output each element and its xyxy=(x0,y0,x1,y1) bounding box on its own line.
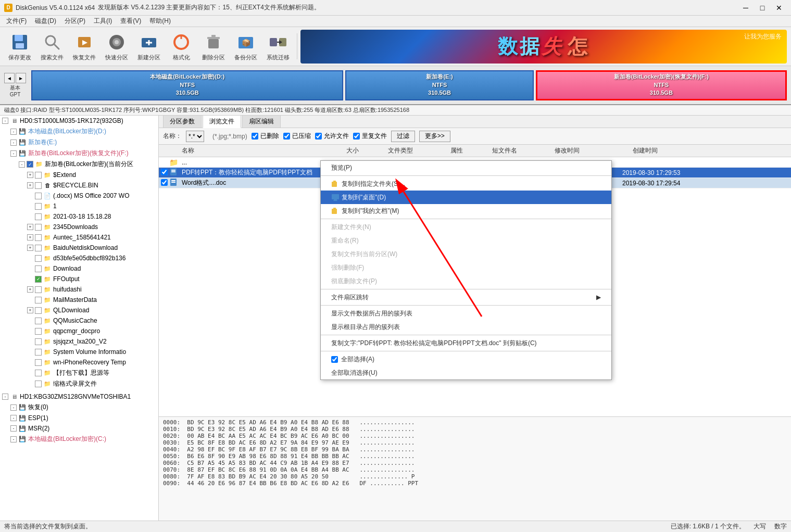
baidu-checkbox[interactable] xyxy=(35,245,42,251)
tree-hidden[interactable]: 📁 缩格式录屏文件 xyxy=(0,378,158,389)
tree-f-current[interactable]: - ✓ 📁 新加卷(BitLocker加密)(当前分区 xyxy=(0,159,158,170)
tree-huifudashi[interactable]: + 📁 huifudashi xyxy=(0,284,158,295)
tree-d53[interactable]: 📁 d53bfe5e05dbbcf892b136 xyxy=(0,253,158,263)
col-header-type[interactable]: 文件类型 xyxy=(388,146,450,155)
disk-nav-left[interactable]: ◄ xyxy=(4,73,15,83)
more-button[interactable]: 更多>> xyxy=(419,131,450,142)
expand-huifu[interactable]: + xyxy=(27,286,33,293)
huifu-checkbox[interactable] xyxy=(35,286,42,293)
expand-baidu[interactable]: + xyxy=(27,245,33,251)
tab-browse-files[interactable]: 浏览文件 xyxy=(203,116,241,128)
ctx-preview[interactable]: 预览(P) xyxy=(321,161,611,174)
tree-auntec[interactable]: + 📁 Auntec_1585641421 xyxy=(0,232,158,243)
delete-partition-button[interactable]: 删除分区 xyxy=(198,30,229,64)
qqp-checkbox[interactable] xyxy=(35,328,42,335)
sys-checkbox[interactable] xyxy=(35,349,42,356)
tree-qq[interactable]: 📁 QQMusicCache xyxy=(0,315,158,326)
tree-2021[interactable]: 📁 2021-03-18 15.18.28 xyxy=(0,211,158,222)
print-checkbox[interactable] xyxy=(35,370,42,376)
tree-ffoutput[interactable]: ✓ 📁 FFOutput xyxy=(0,274,158,284)
ctx-copy-to-folder[interactable]: 复制到指定文件夹(S)... xyxy=(321,177,611,191)
menu-help[interactable]: 帮助(H) xyxy=(145,16,175,27)
col-header-created[interactable]: 创建时间 xyxy=(633,146,711,155)
qq-checkbox[interactable] xyxy=(35,318,42,324)
tree-c-drive[interactable]: - 💾 本地磁盘(BitLocker加密)(C:) xyxy=(0,434,158,445)
save-changes-button[interactable]: 保存更改 xyxy=(4,30,35,64)
2345-checkbox[interactable] xyxy=(35,224,42,231)
expand-e[interactable]: - xyxy=(10,140,17,146)
expand-ql[interactable]: + xyxy=(27,307,33,313)
select-all-checkbox[interactable] xyxy=(331,356,338,363)
col-header-attr[interactable]: 属性 xyxy=(450,146,492,155)
compressed-checkbox[interactable] xyxy=(283,133,290,140)
repeat-checkbox[interactable] xyxy=(353,133,360,140)
tree-qqp[interactable]: 📁 qqpcmgr_docpro xyxy=(0,326,158,336)
tree-hd1[interactable]: - 🖥 HD1:KBG30ZMS128GNVMeTOSHIBA1 xyxy=(0,391,158,402)
tab-sector-edit[interactable]: 扇区编辑 xyxy=(242,116,281,128)
tree-wn[interactable]: 📁 wn-iPhoneRecovery Temp xyxy=(0,357,158,368)
minimize-button[interactable]: ─ xyxy=(738,3,754,13)
search-file-button[interactable]: 搜索文件 xyxy=(36,30,68,64)
expand-c[interactable]: - xyxy=(10,436,17,442)
tree-e-drive[interactable]: - 💾 新加卷(E:) xyxy=(0,137,158,148)
row2-checkbox[interactable] xyxy=(161,179,168,186)
expand-extend[interactable]: + xyxy=(27,172,33,178)
tree-print[interactable]: 📁 【打包下载】思源等 xyxy=(0,368,158,378)
col-header-size[interactable]: 大小 xyxy=(346,146,388,155)
extend-checkbox[interactable] xyxy=(35,172,42,179)
expand-esp[interactable]: - xyxy=(10,415,17,421)
tree-baidu[interactable]: + 📁 BaiduNetdiskDownload xyxy=(0,243,158,253)
tree-f-drive[interactable]: - 💾 新加卷(BitLocker加密)(恢复文件)(F:) xyxy=(0,148,158,159)
row1-checkbox[interactable] xyxy=(161,169,168,175)
partition-d[interactable]: 本地磁盘(BitLocker加密)(D:)NTFS310.5GB xyxy=(31,70,343,100)
tree-2345[interactable]: + 📁 2345Downloads xyxy=(0,222,158,232)
deleted-checkbox[interactable] xyxy=(252,133,258,140)
expand-f-current[interactable]: - xyxy=(19,161,25,168)
col-header-shortname[interactable]: 短文件名 xyxy=(492,146,555,155)
partition-e[interactable]: 新加卷(E:)NTFS310.5GB xyxy=(345,70,533,100)
filter-button[interactable]: 过滤 xyxy=(391,131,415,142)
tree-download[interactable]: 📁 Download xyxy=(0,263,158,274)
download-checkbox[interactable] xyxy=(35,265,42,272)
1-checkbox[interactable] xyxy=(35,203,42,210)
disk-nav-right[interactable]: ► xyxy=(16,73,26,83)
mail-checkbox[interactable] xyxy=(35,297,42,303)
ctx-copy-to-desktop[interactable]: 复制到"桌面"(D) xyxy=(321,191,611,204)
2021-checkbox[interactable] xyxy=(35,213,42,220)
expand-d[interactable]: - xyxy=(10,129,17,135)
expand-f[interactable]: - xyxy=(10,150,17,157)
f-current-checkbox[interactable]: ✓ xyxy=(27,161,33,168)
migrate-system-button[interactable]: 系统迁移 xyxy=(262,30,294,64)
ctx-copy-text[interactable]: 复制文字:"PDF转PPT: 教你轻松搞定电脑PDF转PPT文档.doc" 到剪… xyxy=(321,336,611,350)
tree-esp[interactable]: - 💾 ESP(1) xyxy=(0,413,158,423)
tree-1[interactable]: 📁 1 xyxy=(0,201,158,211)
tree-msr[interactable]: - 💾 MSR(2) xyxy=(0,423,158,434)
ctx-show-cluster-list[interactable]: 显示文件数据所占用的簇列表 xyxy=(321,307,611,320)
ffoutput-checkbox[interactable]: ✓ xyxy=(35,276,42,283)
ql-checkbox[interactable] xyxy=(35,307,42,314)
partition-f[interactable]: 新加卷(BitLocker加密)(恢复文件)(F:)NTFS310.5GB xyxy=(536,70,787,100)
tree-hd0[interactable]: - 🖥 HD0:ST1000LM035-1RK172(932GB) xyxy=(0,116,158,126)
close-button[interactable]: ✕ xyxy=(771,3,787,13)
tree-recover[interactable]: - 💾 恢复(0) xyxy=(0,402,158,413)
allow-checkbox[interactable] xyxy=(315,133,322,140)
expand-msr[interactable]: - xyxy=(10,425,17,432)
tree-sys[interactable]: 📁 System Volume Informatio xyxy=(0,347,158,357)
expand-hd1[interactable]: - xyxy=(2,394,8,400)
d53-checkbox[interactable] xyxy=(35,255,42,262)
col-header-name[interactable]: 名称 xyxy=(180,146,346,155)
tab-partition-params[interactable]: 分区参数 xyxy=(163,116,202,128)
menu-disk[interactable]: 磁盘(D) xyxy=(31,16,60,27)
menu-file[interactable]: 文件(F) xyxy=(2,16,31,27)
tree-d-drive[interactable]: - 💾 本地磁盘(BitLocker加密)(D:) xyxy=(0,126,158,137)
recycle-checkbox[interactable] xyxy=(35,182,42,189)
sjs-checkbox[interactable] xyxy=(35,338,42,345)
ctx-show-root-cluster[interactable]: 显示根目录占用的簇列表 xyxy=(321,320,611,334)
menu-view[interactable]: 查看(V) xyxy=(116,16,145,27)
expand-recycle[interactable]: + xyxy=(27,182,33,188)
docx-checkbox[interactable] xyxy=(35,193,42,199)
col-header-modified[interactable]: 修改时间 xyxy=(555,146,633,155)
recover-file-button[interactable]: 恢复文件 xyxy=(69,30,100,64)
tree-sjs[interactable]: 📁 sjsjqzxt_lxa200_V2 xyxy=(0,336,158,347)
ctx-deselect-all[interactable]: 全部取消选择(U) xyxy=(321,366,611,379)
